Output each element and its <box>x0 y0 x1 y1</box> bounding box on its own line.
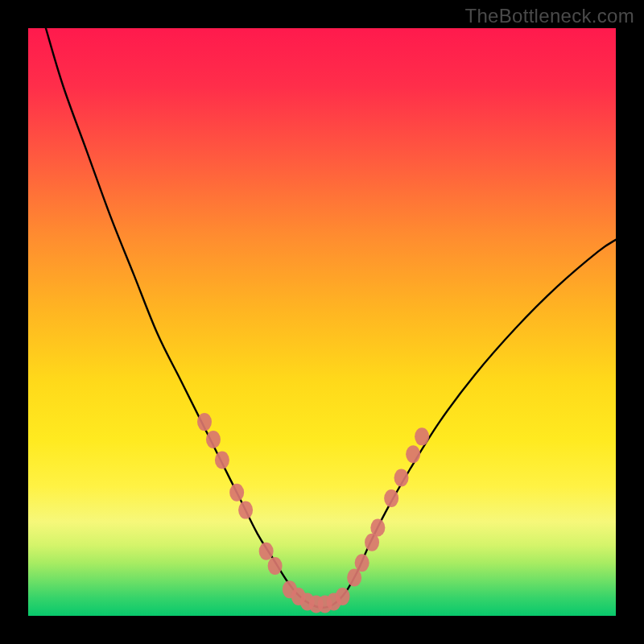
data-marker <box>415 427 429 445</box>
curve-svg <box>28 28 616 616</box>
data-marker <box>406 445 420 463</box>
data-marker <box>238 502 253 519</box>
data-marker <box>259 543 274 560</box>
data-marker <box>347 569 361 587</box>
data-marker <box>370 519 385 537</box>
data-marker <box>336 588 350 605</box>
data-marker <box>384 489 398 507</box>
data-marker <box>215 452 229 469</box>
data-marker <box>206 431 221 448</box>
data-marker <box>355 554 369 572</box>
bottleneck-curve <box>46 28 616 608</box>
plot-area <box>28 28 616 616</box>
data-marker <box>268 557 283 575</box>
marker-group <box>197 413 429 613</box>
data-marker <box>197 413 212 431</box>
data-marker <box>394 469 409 486</box>
watermark-text: TheBottleneck.com <box>464 5 634 27</box>
data-marker <box>229 484 244 502</box>
chart-frame: TheBottleneck.com <box>0 0 644 644</box>
